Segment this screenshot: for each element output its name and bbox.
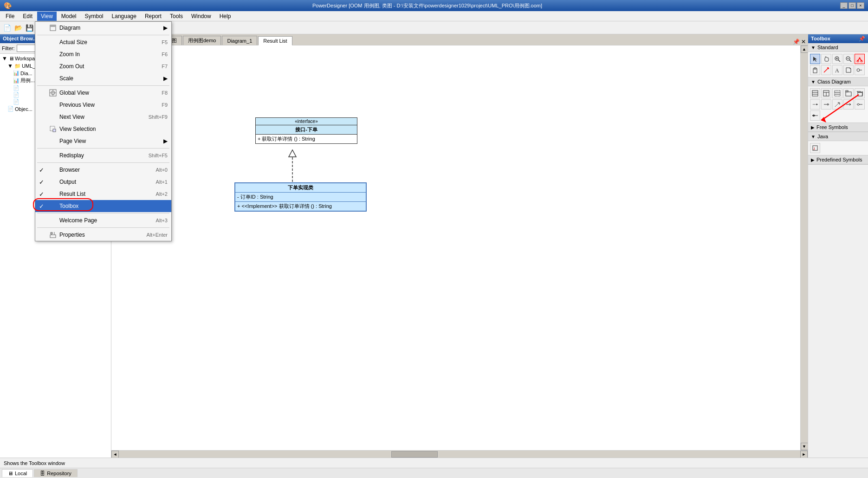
tool-realization[interactable] xyxy=(832,99,842,110)
menu-model[interactable]: Model xyxy=(58,12,80,21)
tool-aggregation[interactable] xyxy=(855,99,865,110)
tool-zoom-out[interactable] xyxy=(843,54,854,64)
tool-note[interactable] xyxy=(843,65,854,75)
tab-resultlist[interactable]: Result List xyxy=(258,36,292,45)
menu-item-output[interactable]: ✓ Output Alt+1 xyxy=(35,176,171,188)
tool-scissors[interactable] xyxy=(855,54,865,64)
menu-view[interactable]: View xyxy=(37,12,57,21)
tab-demo[interactable]: 用例图demo xyxy=(183,36,221,45)
view-selection-icon xyxy=(48,125,58,133)
tool-generalization[interactable] xyxy=(821,99,831,110)
tool-link[interactable] xyxy=(821,65,831,75)
close-button[interactable]: × xyxy=(857,2,864,9)
menu-item-actual-size[interactable]: Actual Size F5 xyxy=(35,36,171,48)
tool-dependency[interactable] xyxy=(810,99,820,110)
classdiagram-expand-icon: ▼ xyxy=(811,79,816,84)
open-button[interactable]: 📂 xyxy=(13,23,23,33)
toolbox-title: Toolbox xyxy=(811,36,830,42)
horizontal-scrollbar[interactable]: ◄ ► xyxy=(111,450,808,458)
hscroll-right-btn[interactable]: ► xyxy=(800,451,808,458)
toolbox-pin[interactable]: 📌 xyxy=(859,36,865,42)
class-methods: + <<Implement>> 获取订单详情 () : String xyxy=(235,202,366,211)
maximize-button[interactable]: □ xyxy=(849,2,856,9)
menu-language[interactable]: Language xyxy=(108,12,140,21)
tool-table[interactable] xyxy=(821,88,831,98)
menu-item-browser[interactable]: ✓ Browser Alt+0 xyxy=(35,164,171,176)
tool-zoom-in[interactable] xyxy=(832,54,842,64)
tool-class-rect[interactable] xyxy=(810,88,820,98)
tool-paste[interactable] xyxy=(810,65,820,75)
menu-help[interactable]: Help xyxy=(216,12,235,21)
menu-item-previous-view[interactable]: Previous View F9 xyxy=(35,99,171,111)
menu-item-properties[interactable]: Properties Alt+Enter xyxy=(35,229,171,241)
menu-item-global-view[interactable]: Global View F8 xyxy=(35,87,171,99)
menu-item-redisplay[interactable]: Redisplay Shift+F5 xyxy=(35,149,171,161)
menu-tools[interactable]: Tools xyxy=(166,12,187,21)
browser-label: Browser xyxy=(59,167,151,173)
tool-association[interactable] xyxy=(843,99,854,110)
toolbox-standard-header[interactable]: ▼ Standard xyxy=(808,43,868,52)
tool-hand[interactable] xyxy=(821,54,831,64)
diagram-svg xyxy=(111,45,800,450)
menu-item-scale[interactable]: Scale ▶ xyxy=(35,72,171,84)
tool-text[interactable]: A xyxy=(832,65,842,75)
tool-node[interactable] xyxy=(855,88,865,98)
separator-5 xyxy=(37,213,169,213)
menu-item-diagram[interactable]: Diagram ▶ xyxy=(35,22,171,34)
interface-box[interactable]: «interface» 接口-下单 + 获取订单详情 () : String xyxy=(255,117,357,144)
tab-pin[interactable]: 📌 ✕ xyxy=(793,39,806,45)
tool-extra1[interactable] xyxy=(855,65,865,75)
menu-symbol[interactable]: Symbol xyxy=(81,12,107,21)
welcome-page-shortcut: Alt+3 xyxy=(156,218,168,223)
new-button[interactable]: 📄 xyxy=(2,23,12,33)
scroll-down-btn[interactable]: ▼ xyxy=(801,443,808,450)
toolbox-freesymbols-header[interactable]: ▶ Free Symbols xyxy=(808,123,868,132)
hscroll-thumb[interactable] xyxy=(391,451,438,458)
svg-rect-61 xyxy=(53,129,56,132)
tool-cursor[interactable] xyxy=(810,54,820,64)
svg-marker-38 xyxy=(816,103,818,105)
vertical-scrollbar[interactable]: ▲ ▼ xyxy=(800,45,808,450)
save-button[interactable]: 💾 xyxy=(24,23,34,33)
properties-icon xyxy=(48,231,58,239)
toolbox-classdiagram-header[interactable]: ▼ Class Diagram xyxy=(808,78,868,86)
tool-interface-rect[interactable] xyxy=(832,88,842,98)
separator-4 xyxy=(37,162,169,163)
view-selection-label: View Selection xyxy=(59,126,168,132)
svg-marker-47 xyxy=(857,103,860,105)
scroll-up-btn[interactable]: ▲ xyxy=(801,45,808,53)
zoom-out-shortcut: F7 xyxy=(162,64,168,69)
view-dropdown-menu[interactable]: Diagram ▶ Actual Size F5 Zoom In F6 Zoom… xyxy=(35,21,172,241)
minimize-button[interactable]: _ xyxy=(840,2,848,9)
tool-composition[interactable] xyxy=(810,110,820,121)
tab-local[interactable]: 🖥 Local xyxy=(2,469,33,477)
menu-item-toolbox[interactable]: ✓ Toolbox xyxy=(35,200,171,212)
tool-java-item[interactable]: J xyxy=(810,143,820,153)
welcome-page-label: Welcome Page xyxy=(59,217,151,224)
tab-repository[interactable]: 🗄 Repository xyxy=(34,469,78,477)
menu-item-zoom-in[interactable]: Zoom In F6 xyxy=(35,48,171,60)
menu-file[interactable]: File xyxy=(2,12,18,21)
toolbox-label: Toolbox xyxy=(59,203,168,209)
svg-line-15 xyxy=(824,68,829,72)
menu-edit[interactable]: Edit xyxy=(19,12,36,21)
tool-package[interactable] xyxy=(843,88,854,98)
menu-report[interactable]: Report xyxy=(141,12,165,21)
browser-shortcut: Alt+0 xyxy=(156,167,168,173)
menu-window[interactable]: Window xyxy=(188,12,215,21)
toolbox-java-header[interactable]: ▼ Java xyxy=(808,132,868,141)
menu-item-view-selection[interactable]: View Selection xyxy=(35,123,171,135)
diagram-canvas[interactable]: «interface» 接口-下单 + 获取订单详情 () : String 下… xyxy=(111,45,800,450)
menu-item-zoom-out[interactable]: Zoom Out F7 xyxy=(35,60,171,72)
menu-item-result-list[interactable]: ✓ Result List Alt+2 xyxy=(35,188,171,200)
diagram-check xyxy=(39,25,46,32)
menu-item-welcome-page[interactable]: Welcome Page Alt+3 xyxy=(35,214,171,226)
menu-item-page-view[interactable]: Page View ▶ xyxy=(35,135,171,147)
class-box[interactable]: 下单实现类 - 订单ID : String + <<Implement>> 获取… xyxy=(234,182,367,212)
toolbox-predefined-header[interactable]: ▶ Predefined Symbols xyxy=(808,155,868,164)
hscroll-left-btn[interactable]: ◄ xyxy=(111,451,119,458)
tab-diagram1[interactable]: Diagram_1 xyxy=(222,36,257,45)
output-label: Output xyxy=(59,179,151,185)
menu-item-next-view[interactable]: Next View Shift+F9 xyxy=(35,111,171,123)
repository-label: Repository xyxy=(47,471,71,476)
